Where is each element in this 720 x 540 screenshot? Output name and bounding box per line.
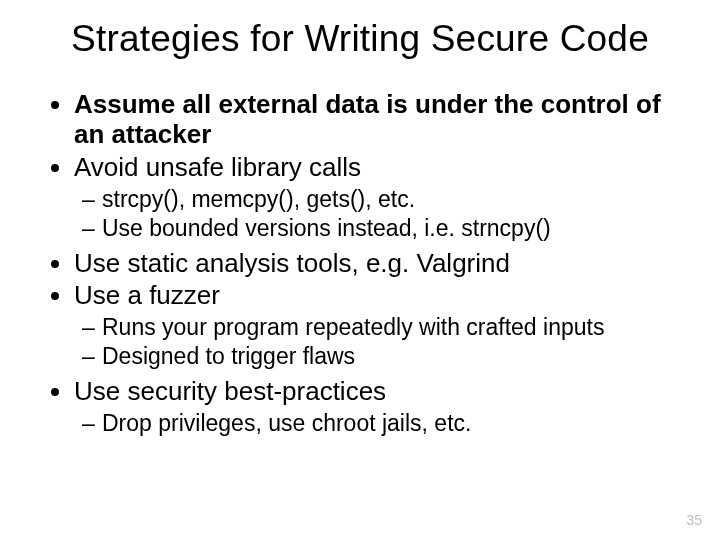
- slide-title: Strategies for Writing Secure Code: [40, 18, 680, 61]
- sublist-unsafe: strcpy(), memcpy(), gets(), etc. Use bou…: [74, 185, 680, 242]
- sublist-best-practices: Drop privileges, use chroot jails, etc.: [74, 409, 680, 437]
- bullet-static-analysis: Use static analysis tools, e.g. Valgrind: [74, 248, 680, 279]
- bullet-assume-external: Assume all external data is under the co…: [74, 89, 680, 150]
- subbullet-strcpy: strcpy(), memcpy(), gets(), etc.: [102, 185, 680, 213]
- bullet-best-practices: Use security best-practices: [74, 376, 680, 407]
- sublist-fuzzer: Runs your program repeatedly with crafte…: [74, 313, 680, 370]
- subbullet-crafted-inputs: Runs your program repeatedly with crafte…: [102, 313, 680, 341]
- slide: Strategies for Writing Secure Code Assum…: [0, 0, 720, 540]
- bullet-avoid-unsafe: Avoid unsafe library calls: [74, 152, 680, 183]
- bullet-fuzzer: Use a fuzzer: [74, 280, 680, 311]
- page-number: 35: [686, 512, 702, 528]
- subbullet-drop-privileges: Drop privileges, use chroot jails, etc.: [102, 409, 680, 437]
- subbullet-trigger-flaws: Designed to trigger flaws: [102, 342, 680, 370]
- subbullet-bounded: Use bounded versions instead, i.e. strnc…: [102, 214, 680, 242]
- bullet-list: Assume all external data is under the co…: [40, 89, 680, 437]
